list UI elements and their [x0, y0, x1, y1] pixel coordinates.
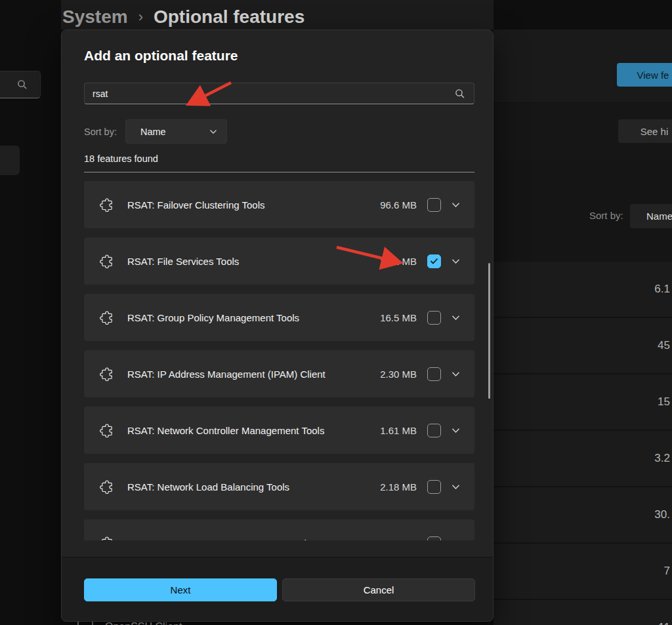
- chevron-down-icon[interactable]: [452, 371, 460, 377]
- feature-name: RSAT: Network Load Balancing Tools: [127, 481, 380, 493]
- feature-size: 152 MB: [383, 538, 417, 541]
- background-feature-size: 15: [658, 395, 670, 409]
- chevron-down-icon: [209, 129, 217, 134]
- chevron-down-icon[interactable]: [452, 484, 460, 490]
- see-history-button[interactable]: See hi: [618, 119, 672, 143]
- next-button[interactable]: Next: [84, 578, 277, 601]
- sidebar-search-box[interactable]: [0, 71, 41, 98]
- background-feature-row[interactable]: 3.2: [494, 431, 672, 486]
- feature-checkbox[interactable]: [427, 254, 441, 268]
- background-sort-by-label: Sort by:: [589, 210, 623, 221]
- dialog-sort-row: Sort by: Name: [84, 119, 227, 144]
- background-feature-row[interactable]: 45: [494, 318, 672, 373]
- breadcrumb-system[interactable]: System: [62, 7, 128, 28]
- background-sort-dropdown[interactable]: Name: [630, 204, 672, 228]
- feature-search-box: [84, 83, 474, 104]
- feature-checkbox[interactable]: [427, 536, 441, 541]
- view-features-button[interactable]: View fe: [617, 63, 672, 87]
- search-icon[interactable]: [455, 89, 465, 99]
- chevron-down-icon[interactable]: [452, 540, 460, 541]
- background-feature-size: 30.: [654, 508, 670, 521]
- background-feature-size: 6.1: [654, 283, 670, 296]
- feature-name: RSAT: IP Address Management (IPAM) Clien…: [127, 369, 380, 380]
- background-feature-size: 7: [664, 565, 670, 578]
- add-optional-feature-dialog: Add an optional feature Sort by: Name 18…: [61, 30, 494, 622]
- feature-row: RSAT: Network Controller Management Tool…: [84, 407, 474, 454]
- breadcrumb: System › Optional features: [62, 7, 304, 28]
- sidebar-selected-item[interactable]: [0, 146, 20, 175]
- page-title: Optional features: [154, 7, 304, 28]
- feature-size: 27.1 MB: [380, 256, 417, 267]
- background-feature-row[interactable]: 6.1: [494, 262, 672, 317]
- search-icon: [17, 79, 28, 90]
- feature-row: RSAT: Group Policy Management Tools 16.5…: [84, 294, 474, 341]
- feature-size: 96.6 MB: [380, 199, 417, 211]
- feature-checkbox[interactable]: [427, 198, 441, 212]
- feature-checkbox[interactable]: [427, 480, 441, 494]
- feature-checkbox[interactable]: [427, 311, 441, 325]
- sort-dropdown[interactable]: Name: [125, 119, 227, 144]
- feature-row: RSAT: Remote Access Management Tools 152…: [84, 519, 474, 540]
- feature-row: RSAT: File Services Tools 27.1 MB: [84, 237, 474, 285]
- feature-search-input[interactable]: [85, 83, 474, 104]
- feature-checkbox[interactable]: [427, 424, 441, 437]
- background-feature-size: 45: [658, 339, 670, 352]
- background-feature-row[interactable]: 11: [494, 600, 672, 625]
- background-feature-list: 6.1 45 15 3.2 30. 7 11: [494, 262, 672, 625]
- breadcrumb-separator-icon: ›: [138, 9, 143, 26]
- chevron-down-icon[interactable]: [452, 258, 460, 264]
- feature-name: RSAT: Failover Clustering Tools: [127, 199, 380, 211]
- feature-name: RSAT: File Services Tools: [127, 256, 380, 267]
- feature-name: RSAT: Network Controller Management Tool…: [127, 425, 380, 436]
- puzzle-piece-icon: [100, 367, 114, 381]
- feature-name: RSAT: Group Policy Management Tools: [127, 312, 380, 323]
- puzzle-piece-icon: [100, 423, 114, 437]
- sort-dropdown-value: Name: [140, 127, 166, 137]
- check-icon: [430, 258, 438, 264]
- feature-row: RSAT: IP Address Management (IPAM) Clien…: [84, 350, 474, 397]
- background-feature-size: 11: [658, 621, 670, 625]
- background-feature-row[interactable]: 30.: [494, 487, 672, 542]
- cancel-button[interactable]: Cancel: [282, 578, 475, 601]
- feature-size: 2.30 MB: [380, 369, 417, 380]
- feature-list: RSAT: Failover Clustering Tools 96.6 MB: [84, 172, 474, 540]
- background-feature-size: 3.2: [654, 452, 670, 465]
- background-feature-row[interactable]: 15: [494, 374, 672, 430]
- feature-row: RSAT: Failover Clustering Tools 96.6 MB: [84, 181, 474, 228]
- puzzle-piece-icon: [100, 479, 114, 494]
- results-count: 18 features found: [84, 153, 158, 164]
- puzzle-piece-icon: [100, 254, 114, 268]
- screen: System › Optional features View fe See h…: [0, 0, 672, 625]
- chevron-down-icon[interactable]: [452, 202, 460, 208]
- feature-size: 2.18 MB: [380, 481, 417, 493]
- feature-checkbox[interactable]: [427, 367, 441, 381]
- puzzle-piece-icon: [100, 197, 114, 212]
- puzzle-piece-icon: [100, 536, 114, 540]
- puzzle-piece-icon: [100, 310, 114, 325]
- sort-by-label: Sort by:: [84, 127, 125, 137]
- feature-size: 1.61 MB: [380, 425, 417, 436]
- chevron-down-icon[interactable]: [452, 428, 460, 433]
- background-sort-value: Name: [646, 211, 672, 222]
- dialog-footer: Next Cancel: [62, 557, 493, 621]
- dialog-title: Add an optional feature: [84, 48, 238, 64]
- feature-size: 16.5 MB: [380, 312, 417, 323]
- dialog-scrollbar-thumb[interactable]: [488, 263, 490, 399]
- background-feature-row[interactable]: 7: [494, 544, 672, 599]
- feature-row: RSAT: Network Load Balancing Tools 2.18 …: [84, 463, 474, 510]
- feature-name: RSAT: Remote Access Management Tools: [127, 538, 383, 541]
- chevron-down-icon[interactable]: [452, 315, 460, 321]
